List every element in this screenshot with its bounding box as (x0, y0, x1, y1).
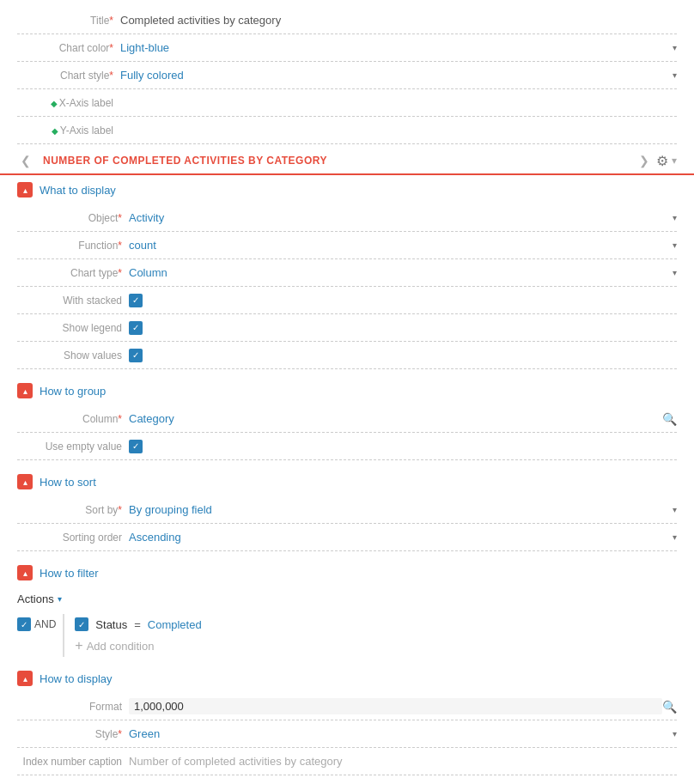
use-empty-label: Use empty value (17, 441, 129, 453)
sort-by-value[interactable]: By grouping field (129, 503, 673, 516)
tab-gear-arrow[interactable]: ▾ (672, 155, 677, 167)
top-fields: Title* Completed activities by category … (0, 0, 694, 144)
style-arrow[interactable]: ▾ (673, 729, 677, 738)
condition-checkbox[interactable] (75, 617, 88, 631)
tab-bar: ❮ NUMBER OF COMPLETED ACTIVITIES BY CATE… (0, 148, 694, 175)
sort-by-required: * (118, 504, 122, 516)
chart-color-value[interactable]: Light-blue (120, 41, 673, 54)
show-values-value (129, 349, 677, 362)
how-to-sort-body: Sort by* By grouping field ▾ Sorting ord… (0, 496, 694, 558)
sorting-order-label: Sorting order (17, 532, 129, 544)
chart-color-arrow[interactable]: ▾ (673, 43, 677, 52)
function-row: Function* count ▾ (17, 232, 677, 259)
object-value[interactable]: Activity (129, 211, 673, 224)
filter-container: AND Status = Completed + Add condition (0, 611, 694, 664)
chart-type-required: * (118, 267, 122, 279)
actions-label: Actions (17, 593, 54, 605)
filter-lines: Status = Completed + Add condition (63, 614, 677, 657)
style-required: * (118, 728, 122, 740)
tab-actions: ❯ ⚙ ▾ (636, 149, 677, 173)
index-caption-row: Index number caption Number of completed… (17, 748, 677, 775)
xaxis-row: ◆X-Axis label (17, 89, 677, 117)
column-value[interactable]: Category (129, 412, 662, 425)
format-input: 1,000,000 (134, 700, 184, 713)
with-stacked-checkbox[interactable] (129, 294, 143, 307)
style-value[interactable]: Green (129, 727, 673, 740)
tab-prev-button[interactable]: ❮ (17, 149, 34, 173)
how-to-sort-title: How to sort (40, 476, 96, 489)
column-label: Column* (17, 413, 129, 425)
sorting-order-row: Sorting order Ascending ▾ (17, 524, 677, 551)
sorting-order-arrow[interactable]: ▾ (673, 532, 677, 542)
and-checkbox[interactable] (17, 617, 31, 631)
what-to-display-body: Object* Activity ▾ Function* count ▾ Cha… (0, 204, 694, 376)
show-legend-checkbox[interactable] (129, 321, 143, 335)
chart-style-value[interactable]: Fully colored (120, 69, 673, 82)
actions-arrow[interactable]: ▾ (58, 594, 62, 604)
what-to-display-icon: ▴ (17, 182, 33, 198)
format-row: Format 1,000,000 🔍 (17, 693, 677, 720)
index-caption-label: Index number caption (17, 756, 129, 768)
with-stacked-row: With stacked (17, 287, 677, 314)
chart-style-arrow[interactable]: ▾ (673, 70, 677, 80)
object-row: Object* Activity ▾ (17, 204, 677, 232)
use-empty-value (129, 440, 677, 453)
how-to-sort-icon: ▴ (17, 474, 33, 489)
format-search-icon[interactable]: 🔍 (662, 700, 677, 714)
chart-color-row: Chart color* Light-blue ▾ (17, 34, 677, 62)
filter-value[interactable]: Completed (148, 618, 202, 631)
tab-title[interactable]: NUMBER OF COMPLETED ACTIVITIES BY CATEGO… (34, 148, 336, 175)
what-to-display-header[interactable]: ▴ What to display (0, 175, 694, 204)
show-values-checkbox[interactable] (129, 349, 143, 362)
format-input-wrap[interactable]: 1,000,000 (129, 698, 662, 714)
how-to-filter-title: How to filter (40, 567, 99, 580)
how-to-sort-section: ▴ How to sort Sort by* By grouping field… (0, 467, 694, 558)
object-arrow[interactable]: ▾ (673, 213, 677, 222)
show-values-row: Show values (17, 342, 677, 369)
how-to-group-title: How to group (40, 385, 106, 398)
xaxis-bullet: ◆ (51, 99, 58, 108)
how-to-display-section: ▴ How to display Format 1,000,000 🔍 Styl… (0, 664, 694, 782)
yaxis-label: ◆Y-Axis label (17, 125, 120, 137)
how-to-filter-icon: ▴ (17, 565, 33, 580)
function-required: * (118, 240, 122, 252)
chart-type-label: Chart type* (17, 267, 129, 279)
title-row: Title* Completed activities by category (17, 7, 677, 34)
use-empty-checkbox[interactable] (129, 440, 143, 453)
use-empty-row: Use empty value (17, 433, 677, 460)
title-value[interactable]: Completed activities by category (120, 14, 677, 27)
how-to-group-body: Column* Category 🔍 Use empty value (0, 405, 694, 467)
column-row: Column* Category 🔍 (17, 405, 677, 433)
function-label: Function* (17, 240, 129, 252)
sort-by-label: Sort by* (17, 504, 129, 516)
show-legend-row: Show legend (17, 314, 677, 342)
chart-style-required: * (109, 70, 113, 82)
chart-color-label: Chart color* (17, 42, 120, 54)
column-search-icon[interactable]: 🔍 (662, 412, 677, 426)
how-to-sort-header[interactable]: ▴ How to sort (0, 467, 694, 496)
chart-type-value[interactable]: Column (129, 266, 673, 279)
title-label: Title* (17, 15, 120, 27)
function-arrow[interactable]: ▾ (673, 240, 677, 250)
sort-by-arrow[interactable]: ▾ (673, 505, 677, 514)
how-to-display-header[interactable]: ▴ How to display (0, 664, 694, 693)
how-to-group-header[interactable]: ▴ How to group (0, 376, 694, 405)
function-value[interactable]: count (129, 239, 673, 252)
how-to-group-icon: ▴ (17, 383, 33, 398)
title-required: * (109, 15, 113, 27)
with-stacked-value (129, 294, 677, 307)
and-badge: AND (17, 617, 56, 631)
chart-type-arrow[interactable]: ▾ (673, 268, 677, 277)
tab-gear-button[interactable]: ⚙ (656, 153, 668, 169)
yaxis-bullet: ◆ (52, 126, 58, 136)
index-caption-value[interactable]: Number of completed activities by catego… (129, 755, 677, 768)
with-stacked-label: With stacked (17, 295, 129, 307)
show-legend-value (129, 321, 677, 335)
add-condition-button[interactable]: + Add condition (75, 635, 677, 657)
sorting-order-value[interactable]: Ascending (129, 531, 673, 544)
format-label: Format (17, 701, 129, 713)
how-to-filter-section: ▴ How to filter Actions ▾ AND Status = C… (0, 558, 694, 664)
how-to-filter-header[interactable]: ▴ How to filter (0, 558, 694, 587)
xaxis-label: ◆X-Axis label (17, 97, 120, 109)
tab-next-button[interactable]: ❯ (636, 149, 653, 173)
